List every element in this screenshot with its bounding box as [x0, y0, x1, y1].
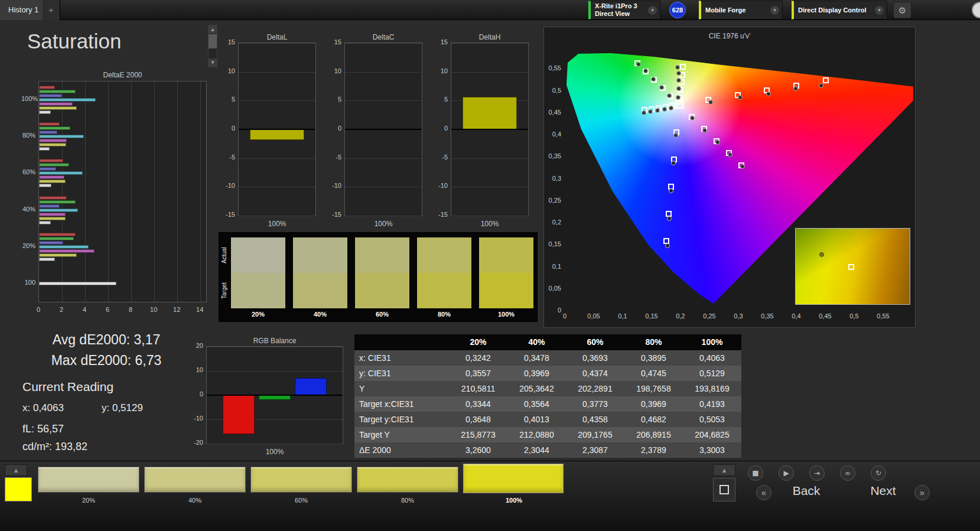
swatch-label: 80% — [417, 311, 471, 318]
table-cell: 206,8915 — [624, 427, 683, 442]
chevron-down-icon[interactable]: ▾ — [648, 6, 657, 15]
bar — [39, 175, 64, 179]
target-marker — [680, 64, 686, 70]
gridline — [207, 347, 343, 347]
chart-title: RGB Balance — [206, 337, 343, 345]
measurement-marker — [708, 100, 713, 105]
y-tick-label: -5 — [437, 154, 448, 161]
x-axis-label: 100% — [206, 448, 343, 456]
table-col-header: 40% — [507, 334, 566, 350]
current-y-value: y: 0,5129 — [102, 402, 143, 414]
bar — [295, 378, 327, 395]
deltah-plot-area — [451, 43, 529, 216]
chevron-down-icon[interactable]: ▾ — [770, 6, 779, 15]
table-cell: 0,4063 — [683, 350, 741, 366]
play-button-icon[interactable]: ▶ — [779, 465, 794, 481]
table-cell: 0,4374 — [566, 366, 624, 381]
bar — [39, 204, 60, 208]
refresh-button-icon[interactable]: ↻ — [871, 465, 886, 481]
measurement-marker — [715, 140, 720, 145]
saturation-patch[interactable] — [463, 464, 564, 493]
table-cell: 2,3789 — [624, 442, 683, 458]
history-tab[interactable]: History 1 — [0, 0, 47, 20]
meter-selector-device[interactable]: X-Rite i1Pro 3 Direct View ▾ — [588, 1, 660, 19]
bar — [39, 282, 116, 285]
top-bar: History 1 + X-Rite i1Pro 3 Direct View ▾… — [0, 0, 980, 20]
next-button[interactable]: Next — [851, 484, 916, 498]
scroll-down-icon[interactable]: ▼ — [209, 58, 217, 67]
gridline — [239, 158, 315, 159]
saturation-patch[interactable] — [357, 467, 458, 493]
bar — [39, 98, 96, 102]
gridline — [239, 187, 315, 187]
x-axis-labels: 00,050,10,150,20,250,30,350,40,450,50,55 — [565, 312, 913, 321]
patch-label: 20% — [38, 497, 139, 504]
scrollbar[interactable]: ▲ ▼ — [208, 25, 217, 67]
back-button[interactable]: Back — [774, 484, 839, 498]
corner-button[interactable] — [972, 2, 980, 18]
y-tick-label: 20% — [21, 242, 35, 249]
actual-swatch — [355, 237, 409, 273]
table-cell: 2,3087 — [566, 442, 624, 458]
step-button-icon[interactable]: ⇥ — [809, 465, 825, 481]
meter-selector-display-control[interactable]: Direct Display Control ▾ — [792, 1, 887, 19]
bar — [39, 258, 55, 261]
stop-button-icon[interactable]: ■ — [748, 465, 763, 481]
bar — [39, 126, 70, 130]
saturation-patch[interactable] — [250, 467, 352, 493]
measurement-marker — [669, 106, 673, 110]
bar — [39, 196, 67, 200]
y-tick-label: 15 — [437, 38, 448, 45]
y-tick-label: 0,25 — [545, 197, 561, 204]
first-button[interactable]: « — [756, 485, 771, 500]
meter-selector-source[interactable]: Mobile Forge ▾ — [699, 1, 783, 19]
bar — [39, 122, 60, 126]
y-tick-label: -10 — [190, 415, 203, 422]
y-tick-label: 0,4 — [545, 131, 561, 138]
settings-gear-icon[interactable]: ⚙ — [893, 2, 911, 18]
y-axis-labels: 151050-5-10-15 — [331, 43, 344, 216]
table-cell: 0,3564 — [507, 396, 566, 412]
loop-button-icon[interactable]: ∞ — [840, 465, 855, 481]
bar — [250, 129, 304, 140]
chart-title: DeltaC — [344, 33, 422, 41]
gridline — [345, 72, 422, 73]
table-row: ΔE 20003,26002,30442,30872,37893,3003 — [354, 442, 741, 458]
saturation-patch[interactable] — [144, 467, 246, 493]
current-x-value: x: 0,4063 — [22, 402, 64, 414]
pattern-window-button[interactable] — [713, 478, 735, 501]
y-tick-label: -10 — [224, 182, 235, 189]
saturation-patch[interactable] — [38, 467, 139, 493]
measurement-marker — [667, 216, 672, 221]
table-cell: 2,3044 — [507, 442, 566, 458]
table-row: Target x:CIE310,33440,35640,37730,39690,… — [354, 396, 741, 412]
last-button[interactable]: » — [914, 485, 930, 500]
chart-title: DeltaL — [238, 33, 316, 41]
panel-expand-right-button[interactable]: ▲ — [713, 464, 735, 476]
y-tick-label: 0,5 — [545, 87, 561, 94]
y-tick-label: 0 — [224, 125, 235, 132]
bar — [39, 131, 57, 134]
x-tick-label: 0,15 — [641, 312, 662, 320]
chevron-down-icon[interactable]: ▾ — [875, 6, 884, 15]
zero-line — [207, 395, 343, 396]
table-cell: 204,6825 — [683, 427, 741, 442]
table-cell: 215,8773 — [449, 427, 507, 442]
x-tick-label: 14 — [193, 306, 207, 313]
bar — [39, 213, 66, 216]
scroll-up-icon[interactable]: ▲ — [209, 25, 217, 34]
actual-swatch — [231, 237, 285, 273]
y-tick-label: 40% — [21, 206, 35, 213]
scroll-track[interactable] — [209, 49, 217, 58]
x-tick-label: 0,3 — [728, 312, 749, 320]
x-axis-labels: 02468101214 — [38, 306, 207, 314]
scroll-thumb[interactable] — [209, 34, 217, 48]
inset-measurement-marker — [819, 252, 824, 257]
current-cdm2-value: cd/m²: 193,82 — [22, 441, 87, 453]
x-tick-label: 0,35 — [757, 312, 778, 320]
source-name: Mobile Forge — [705, 6, 745, 14]
table-cell: 0,3693 — [566, 350, 624, 366]
y-axis-labels: 00,050,10,150,20,250,30,350,40,450,50,55 — [545, 45, 563, 311]
measurement-marker — [655, 108, 660, 113]
add-tab-button[interactable]: + — [43, 0, 60, 20]
